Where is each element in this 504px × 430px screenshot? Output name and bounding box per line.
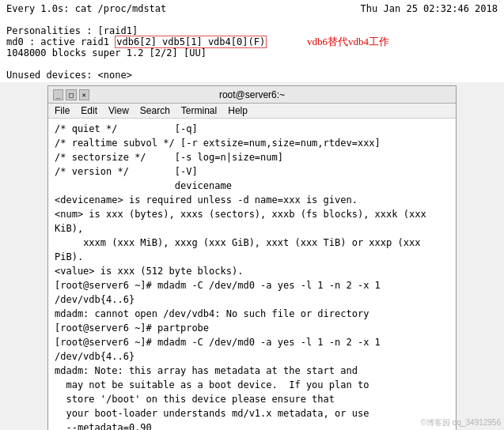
personalities-line: Personalities : [raid1] — [6, 25, 498, 36]
terminal-line-9: [root@server6 ~]# mdadm -C /dev/md0 -a y… — [55, 278, 449, 307]
blocks-line: 1048000 blocks super 1.2 [2/2] [UU] — [6, 47, 498, 58]
menubar: File Edit View Search Terminal Help — [48, 104, 456, 119]
cat-mdstat-cmd: Every 1.0s: cat /proc/mdstat — [6, 3, 166, 14]
terminal-line-5: <devicename> is required unless -d name=… — [55, 193, 449, 207]
terminal-window: _ □ ✕ root@server6:~ File Edit View Sear… — [47, 85, 457, 430]
terminal-line-7: xxxm (xxx MiB), xxxg (xxx GiB), xxxt (xx… — [55, 236, 449, 264]
terminal-line-0: /* quiet */ [-q] — [55, 122, 449, 136]
vdb-highlight: vdb6[2] vdb5[1] vdb4[0](F) — [115, 36, 267, 48]
terminal-body[interactable]: /* quiet */ [-q]/* realtime subvol */ [-… — [48, 119, 456, 430]
terminal-line-8: <value> is xxx (512 byte blocks). — [55, 264, 449, 278]
terminal-line-12: [root@server6 ~]# mdadm -C /dev/md0 -a y… — [55, 335, 449, 364]
maximize-button[interactable]: □ — [66, 89, 76, 100]
terminal-line-1: /* realtime subvol */ [-r extsize=num,si… — [55, 136, 449, 150]
terminal-line-17: --metadata=0.90 — [55, 421, 449, 430]
terminal-line-3: /* version */ [-V] — [55, 164, 449, 179]
window-title: root@server6:~ — [89, 89, 415, 100]
terminal-line-16: your boot-loader understands md/v1.x met… — [55, 406, 449, 421]
blank-line1 — [6, 14, 498, 25]
top-section: Every 1.0s: cat /proc/mdstat Thu Jan 25 … — [0, 0, 504, 82]
timestamp: Thu Jan 25 02:32:46 2018 — [361, 3, 498, 14]
menu-help[interactable]: Help — [228, 105, 248, 116]
md0-prefix: md0 : active raid1 — [6, 36, 115, 47]
close-button[interactable]: ✕ — [79, 89, 89, 100]
md0-line: md0 : active raid1 vdb6[2] vdb5[1] vdb4[… — [6, 36, 498, 47]
terminal-line-2: /* sectorsize */ [-s log=n|size=num] — [55, 150, 449, 164]
unused-devices-line: Unused devices: <none> — [6, 70, 498, 81]
terminal-line-6: <num> is xxx (bytes), xxxs (sectors), xx… — [55, 207, 449, 236]
watermark: ©博客园 qq_34912956 — [418, 416, 504, 430]
minimize-button[interactable]: _ — [53, 89, 63, 100]
terminal-line-14: may not be suitable as a boot device. If… — [55, 378, 449, 392]
blank-line2 — [6, 58, 498, 70]
terminal-line-15: store '/boot' on this device please ensu… — [55, 392, 449, 406]
terminal-line-10: mdadm: cannot open /dev/vdb4: No such fi… — [55, 307, 449, 321]
terminal-line-13: mdadm: Note: this array has metadata at … — [55, 364, 449, 378]
terminal-line-11: [root@server6 ~]# partprobe — [55, 321, 449, 335]
menu-terminal[interactable]: Terminal — [181, 105, 217, 116]
menu-search[interactable]: Search — [140, 105, 170, 116]
terminal-line-4: devicename — [55, 179, 449, 193]
menu-edit[interactable]: Edit — [81, 105, 97, 116]
menu-file[interactable]: File — [55, 105, 70, 116]
menu-view[interactable]: View — [108, 105, 129, 116]
annotation-vdb6: vdb6替代vdb4工作 — [307, 35, 389, 49]
titlebar: _ □ ✕ root@server6:~ — [48, 86, 456, 104]
